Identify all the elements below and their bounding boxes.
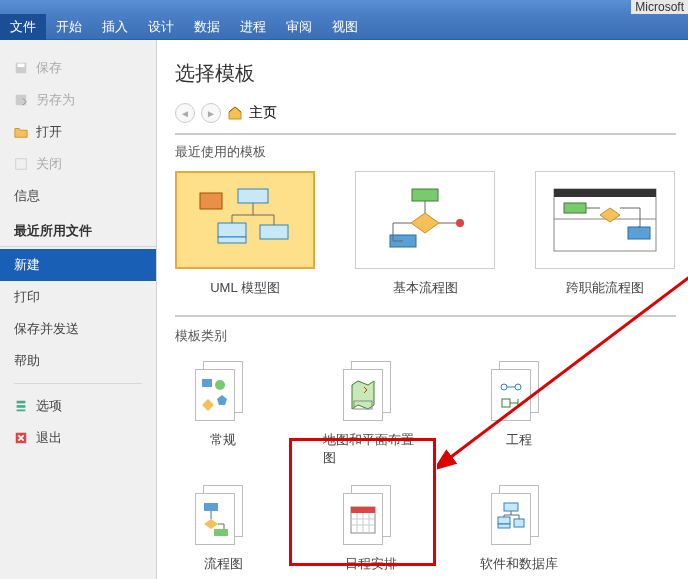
svg-rect-13 bbox=[412, 189, 438, 201]
svg-rect-10 bbox=[218, 223, 246, 237]
sidebar-new[interactable]: 新建 bbox=[0, 249, 156, 281]
sidebar-close[interactable]: 关闭 bbox=[0, 148, 156, 180]
sidebar-save-label: 保存 bbox=[36, 59, 62, 77]
page-title: 选择模板 bbox=[175, 60, 676, 87]
main-panel: 选择模板 ◄ ► 主页 最近使用的模板 UM bbox=[157, 40, 688, 579]
category-general-icon bbox=[195, 361, 251, 425]
svg-rect-42 bbox=[498, 524, 510, 528]
svg-rect-12 bbox=[260, 225, 288, 239]
svg-rect-9 bbox=[238, 189, 268, 203]
title-bar: Microsoft bbox=[0, 0, 688, 14]
save-as-icon bbox=[14, 93, 28, 107]
template-cross-func-thumb bbox=[535, 171, 675, 269]
sidebar-save-send[interactable]: 保存并发送 bbox=[0, 313, 156, 345]
category-grid: 常规 地图和平面布置图 工程 bbox=[175, 349, 676, 579]
svg-rect-6 bbox=[17, 410, 26, 412]
sidebar-print-label: 打印 bbox=[14, 288, 40, 306]
category-general[interactable]: 常规 bbox=[175, 361, 271, 467]
options-icon bbox=[14, 399, 28, 413]
sidebar-save-as[interactable]: 另存为 bbox=[0, 84, 156, 116]
template-uml[interactable]: UML 模型图 bbox=[175, 171, 315, 297]
svg-rect-34 bbox=[351, 507, 375, 513]
sidebar-open-label: 打开 bbox=[36, 123, 62, 141]
folder-open-icon bbox=[14, 125, 28, 139]
ribbon-tabs: 文件 开始 插入 设计 数据 进程 审阅 视图 bbox=[0, 14, 688, 40]
sidebar-separator bbox=[14, 383, 142, 384]
svg-rect-40 bbox=[504, 503, 518, 511]
sidebar-info-label: 信息 bbox=[14, 187, 40, 205]
tab-view[interactable]: 视图 bbox=[322, 14, 368, 40]
tab-file[interactable]: 文件 bbox=[0, 14, 46, 40]
svg-point-25 bbox=[501, 384, 507, 390]
svg-rect-11 bbox=[218, 237, 246, 243]
svg-rect-19 bbox=[564, 203, 586, 213]
template-basic-flow-thumb bbox=[355, 171, 495, 269]
svg-marker-23 bbox=[217, 395, 227, 405]
tab-home[interactable]: 开始 bbox=[46, 14, 92, 40]
tab-review[interactable]: 审阅 bbox=[276, 14, 322, 40]
sidebar-new-label: 新建 bbox=[14, 256, 40, 274]
category-engineering[interactable]: 工程 bbox=[471, 361, 567, 467]
tab-design[interactable]: 设计 bbox=[138, 14, 184, 40]
breadcrumb: ◄ ► 主页 bbox=[175, 99, 676, 135]
category-flowchart[interactable]: 流程图 bbox=[175, 485, 271, 573]
nav-back-button[interactable]: ◄ bbox=[175, 103, 195, 123]
svg-point-22 bbox=[215, 380, 225, 390]
template-uml-label: UML 模型图 bbox=[210, 279, 280, 297]
tab-data[interactable]: 数据 bbox=[184, 14, 230, 40]
sidebar-exit[interactable]: 退出 bbox=[0, 422, 156, 454]
template-basic-flow-label: 基本流程图 bbox=[393, 279, 458, 297]
breadcrumb-home[interactable]: 主页 bbox=[249, 104, 277, 122]
save-icon bbox=[14, 61, 28, 75]
sidebar-open[interactable]: 打开 bbox=[0, 116, 156, 148]
svg-rect-17 bbox=[554, 189, 656, 197]
home-icon[interactable] bbox=[227, 105, 243, 121]
svg-rect-41 bbox=[498, 517, 510, 524]
svg-rect-1 bbox=[18, 64, 25, 68]
sidebar-close-label: 关闭 bbox=[36, 155, 62, 173]
sidebar-save[interactable]: 保存 bbox=[0, 52, 156, 84]
template-basic-flow[interactable]: 基本流程图 bbox=[355, 171, 495, 297]
svg-point-26 bbox=[515, 384, 521, 390]
recent-templates-row: UML 模型图 基本流程图 bbox=[175, 165, 676, 317]
category-maps-plans[interactable]: 地图和平面布置图 bbox=[323, 361, 419, 467]
category-flowchart-label: 流程图 bbox=[204, 555, 243, 573]
sidebar-info[interactable]: 信息 bbox=[0, 180, 156, 212]
category-engineering-label: 工程 bbox=[506, 431, 532, 449]
category-engineering-icon bbox=[491, 361, 547, 425]
template-cross-func[interactable]: 跨职能流程图 bbox=[535, 171, 675, 297]
app-name: Microsoft bbox=[631, 0, 688, 14]
category-schedule[interactable]: 日程安排 bbox=[323, 485, 419, 573]
close-icon bbox=[14, 157, 28, 171]
tab-insert[interactable]: 插入 bbox=[92, 14, 138, 40]
sidebar-save-as-label: 另存为 bbox=[36, 91, 75, 109]
svg-rect-16 bbox=[554, 189, 656, 251]
svg-rect-21 bbox=[202, 379, 212, 387]
template-cross-func-label: 跨职能流程图 bbox=[566, 279, 644, 297]
category-maps-plans-label: 地图和平面布置图 bbox=[323, 431, 419, 467]
recent-section-title: 最近使用的模板 bbox=[175, 143, 676, 161]
category-general-label: 常规 bbox=[210, 431, 236, 449]
sidebar-recent-heading[interactable]: 最近所用文件 bbox=[0, 212, 156, 247]
tab-process[interactable]: 进程 bbox=[230, 14, 276, 40]
template-uml-thumb bbox=[175, 171, 315, 269]
sidebar-options[interactable]: 选项 bbox=[0, 390, 156, 422]
sidebar-options-label: 选项 bbox=[36, 397, 62, 415]
svg-rect-31 bbox=[204, 503, 218, 511]
nav-forward-button[interactable]: ► bbox=[201, 103, 221, 123]
category-software-db-label: 软件和数据库 bbox=[480, 555, 558, 573]
svg-rect-28 bbox=[502, 399, 510, 407]
sidebar-help-label: 帮助 bbox=[14, 352, 40, 370]
svg-rect-8 bbox=[200, 193, 222, 209]
exit-icon bbox=[14, 431, 28, 445]
sidebar-help[interactable]: 帮助 bbox=[0, 345, 156, 377]
category-software-db[interactable]: 软件和数据库 bbox=[471, 485, 567, 573]
svg-point-15 bbox=[456, 219, 464, 227]
svg-rect-4 bbox=[17, 401, 26, 404]
category-schedule-label: 日程安排 bbox=[345, 555, 397, 573]
category-maps-plans-icon bbox=[343, 361, 399, 425]
svg-rect-32 bbox=[214, 529, 228, 536]
sidebar-print[interactable]: 打印 bbox=[0, 281, 156, 313]
categories-section-title: 模板类别 bbox=[175, 327, 676, 345]
sidebar-save-send-label: 保存并发送 bbox=[14, 320, 79, 338]
